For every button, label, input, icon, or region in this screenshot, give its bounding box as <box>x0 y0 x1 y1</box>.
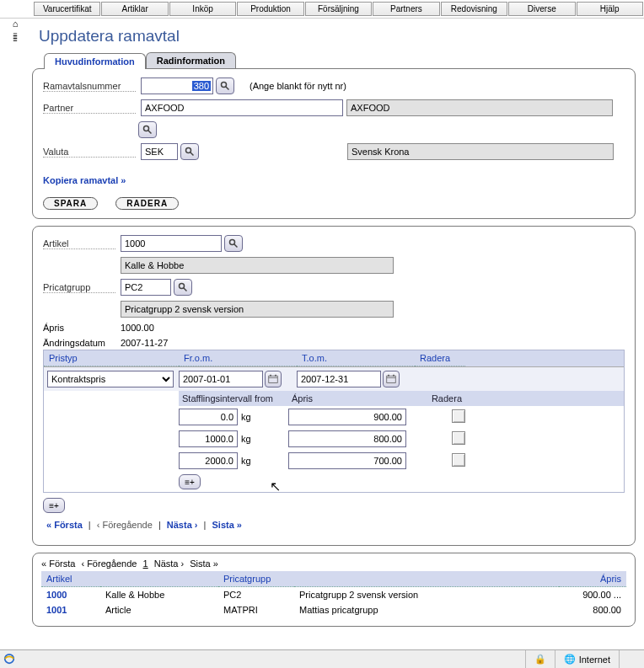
listing-price-1: 800.00 <box>554 604 621 616</box>
staff-add-button[interactable]: ≡+ <box>179 474 201 489</box>
artikel-label: Artikel <box>43 238 115 249</box>
col-radera: Radera <box>415 350 465 366</box>
staff-grid: Stafflingsintervall from Ápris Radera kg <box>179 391 624 492</box>
lock-icon: 🔒 <box>534 654 546 665</box>
pager2-next[interactable]: Nästa › <box>154 558 184 569</box>
copy-ramavtal-link[interactable]: Kopiera ramavtal » <box>43 175 126 185</box>
col-tom: T.o.m. <box>297 350 415 366</box>
svg-point-8 <box>180 284 185 289</box>
staff-col-from: Stafflingsintervall from <box>179 391 288 406</box>
staff-col-apris: Ápris <box>288 391 423 406</box>
pager2-last[interactable]: Sista » <box>190 558 218 569</box>
listing-artname-1: Article <box>105 604 223 616</box>
partner-input[interactable] <box>141 99 343 116</box>
menu-produktion[interactable]: Produktion <box>237 2 303 16</box>
svg-rect-16 <box>388 375 389 377</box>
listing-price-0: 900.00 ... <box>554 589 621 601</box>
statusbar: 🔒 🌐 Internet <box>0 649 644 668</box>
from-input[interactable] <box>179 371 263 387</box>
partner-lookup-button[interactable] <box>138 121 157 138</box>
svg-rect-13 <box>275 375 276 377</box>
ramavtal-hint-1: (Ange blankt för nytt nr) <box>250 81 346 91</box>
menu-varucertifikat[interactable]: Varucertifikat <box>34 2 100 16</box>
status-zone: Internet <box>579 655 610 665</box>
svg-rect-12 <box>270 375 271 377</box>
home-icon[interactable]: ⌂ <box>3 19 27 29</box>
pager2-page: 1 <box>143 558 148 569</box>
artikel-lookup-button[interactable] <box>224 235 243 252</box>
menu-inkop[interactable]: Inköp <box>169 2 236 16</box>
staff-qty-0[interactable] <box>179 409 238 425</box>
valuta-lookup-button[interactable] <box>180 143 199 160</box>
listing-artno-0[interactable]: 1000 <box>46 590 67 600</box>
listing-pc-1: MATPRI <box>223 604 299 616</box>
globe-icon: 🌐 <box>564 654 576 665</box>
listing-row[interactable]: 1000 Kalle & Hobbe PC2 Pricatgrupp 2 sve… <box>41 587 626 602</box>
apris-value: 1000.00 <box>121 323 154 333</box>
staff-row: kg <box>179 428 624 450</box>
staff-del-2[interactable] <box>452 453 465 467</box>
pager-first[interactable]: « Första <box>46 520 83 530</box>
tom-input[interactable] <box>297 371 381 387</box>
menu-partners[interactable]: Partners <box>373 2 439 16</box>
staff-row: kg <box>179 406 624 428</box>
ramavtal-input[interactable]: 380 <box>192 81 211 91</box>
menu-forsaljning[interactable]: Försäljning <box>305 2 372 16</box>
svg-point-4 <box>186 148 191 153</box>
listing-pcname-0: Pricatgrupp 2 svensk version <box>299 589 554 601</box>
ramavtal-lookup-button[interactable] <box>216 77 234 94</box>
listing-pc-0: PC2 <box>223 589 299 601</box>
svg-point-2 <box>144 126 149 131</box>
svg-rect-14 <box>387 376 396 382</box>
svg-rect-17 <box>393 375 394 377</box>
menu-redovisning[interactable]: Redovisning <box>441 2 507 16</box>
pager2-first[interactable]: « Första <box>41 558 75 569</box>
staff-price-2[interactable] <box>288 452 406 469</box>
pricat-name: Pricatgrupp 2 svensk version <box>121 301 394 318</box>
pricat-lookup-button[interactable] <box>174 279 192 296</box>
staff-price-0[interactable] <box>288 409 406 425</box>
tab-radinformation[interactable]: Radinformation <box>146 52 236 68</box>
artikel-input[interactable] <box>121 235 222 252</box>
listing-artno-1[interactable]: 1001 <box>46 605 67 615</box>
listing-panel: « Första ‹ Föregående 1 Nästa › Sista » … <box>32 553 636 627</box>
svg-line-9 <box>184 288 187 291</box>
staff-col-radera: Radera <box>423 391 465 406</box>
listing-row[interactable]: 1001 Article MATPRI Mattias pricatgrupp … <box>41 602 626 617</box>
pricat-input[interactable] <box>121 279 171 296</box>
price-grid-header: Pristyp Fr.o.m. T.o.m. Radera <box>44 350 624 367</box>
staff-qty-2[interactable] <box>179 452 238 469</box>
price-add-button[interactable]: ≡+ <box>43 498 65 513</box>
menu-diverse[interactable]: Diverse <box>508 2 575 16</box>
menu-artiklar[interactable]: Artiklar <box>101 2 168 16</box>
pager2-prev[interactable]: ‹ Föregående <box>81 558 137 569</box>
svg-point-18 <box>5 654 14 663</box>
valuta-input[interactable] <box>141 143 178 160</box>
svg-line-1 <box>226 87 229 90</box>
staff-price-1[interactable] <box>288 430 406 447</box>
staff-qty-1[interactable] <box>179 430 238 447</box>
delete-button[interactable]: RADERA <box>115 197 179 210</box>
menu-hjalp[interactable]: Hjälp <box>577 2 643 16</box>
staff-del-0[interactable] <box>452 409 465 423</box>
staff-unit-0: kg <box>238 412 260 422</box>
artikel-name: Kalle & Hobbe <box>121 257 394 274</box>
save-button[interactable]: SPARA <box>43 197 98 210</box>
staff-del-1[interactable] <box>452 431 465 445</box>
pristyp-select[interactable]: Kontraktspris <box>47 371 174 387</box>
ie-icon <box>0 653 19 666</box>
svg-rect-10 <box>269 376 278 382</box>
pager-next[interactable]: Nästa › <box>167 520 198 530</box>
svg-point-6 <box>230 240 235 245</box>
list-icon[interactable]: ≡≡≡ <box>3 34 27 41</box>
rad-panel: Artikel Kalle & Hobbe Pricatgrupp Pricat <box>32 226 636 546</box>
tab-huvudinformation[interactable]: Huvudinformation <box>44 53 146 69</box>
price-grid-row: Kontraktspris <box>44 367 624 391</box>
listing-artname-0: Kalle & Hobbe <box>105 589 223 601</box>
staff-row: kg <box>179 450 624 472</box>
tom-calendar-button[interactable] <box>383 371 400 387</box>
staff-unit-2: kg <box>238 456 260 466</box>
pager-last[interactable]: Sista » <box>212 520 241 530</box>
from-calendar-button[interactable] <box>265 371 282 387</box>
apris-label: Ápris <box>43 323 115 333</box>
